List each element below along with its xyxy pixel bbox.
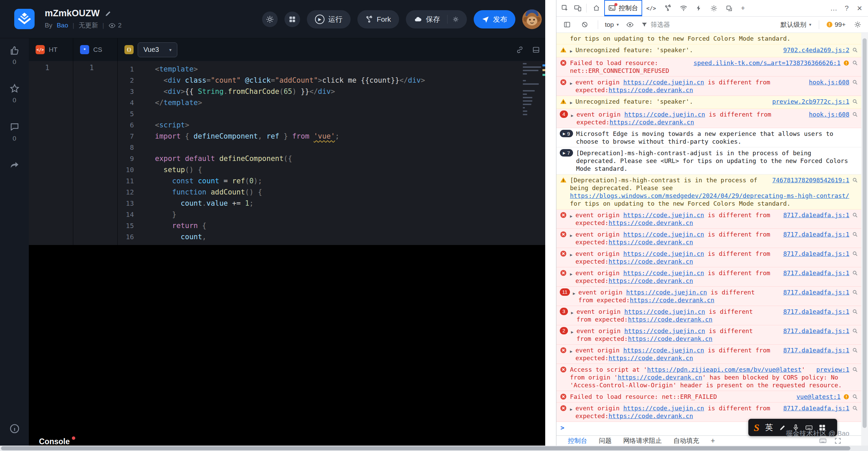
context-selector[interactable]: top ▾ [605, 21, 619, 28]
expand-caret[interactable]: ▶ [571, 309, 573, 317]
edit-title-icon[interactable] [104, 10, 112, 17]
tab-network[interactable] [676, 0, 691, 16]
filter-input[interactable]: 筛选器 [641, 20, 670, 29]
device-emulation-icon[interactable] [571, 1, 584, 15]
inspect-element-icon[interactable] [558, 1, 571, 15]
share-link-icon[interactable] [516, 46, 524, 54]
source-link[interactable]: hook.js:608 [809, 110, 849, 118]
console-message[interactable]: ▶7[Deprecation]-ms-high-contrast-adjust … [556, 147, 861, 175]
expand-caret[interactable]: ▶ [570, 212, 572, 220]
message-link[interactable]: https://pdn.zijieapi.com/esm/bv/vue@late… [647, 366, 802, 373]
console-message[interactable]: ▶event origin https://code.juejin.cn is … [556, 267, 861, 287]
tab-source-control[interactable] [660, 0, 676, 16]
console-settings-gear-icon[interactable] [851, 18, 864, 32]
issue-icon[interactable] [843, 394, 849, 400]
layout-icon[interactable] [532, 46, 540, 54]
playground-console-bar[interactable]: Console [29, 437, 545, 446]
source-link[interactable]: 9702.c4eda269.js:2 [783, 46, 849, 54]
info-button[interactable] [9, 423, 20, 434]
run-button[interactable]: ▶ 运行 [307, 10, 351, 28]
message-link[interactable]: https://code.devrank.cn [628, 335, 712, 342]
app-logo[interactable] [14, 9, 35, 29]
console-message[interactable]: Failed to load resource:net::ERR_CONNECT… [556, 57, 861, 77]
search-icon[interactable] [852, 231, 858, 237]
message-link[interactable]: https://code.juejin.cn [623, 79, 704, 86]
tab-sources[interactable]: </> [642, 0, 660, 16]
message-link[interactable]: https://code.juejin.cn [623, 405, 704, 412]
source-link[interactable]: 8717.da1eadfa.js:1 [783, 404, 849, 412]
more-tabs-button[interactable]: + [737, 0, 749, 16]
expand-caret[interactable]: ▶ [573, 290, 575, 298]
tab-application[interactable] [722, 0, 737, 16]
tab-css[interactable]: * CS [73, 38, 118, 61]
search-icon[interactable] [852, 99, 858, 104]
message-link[interactable]: https://code.juejin.cn [624, 327, 705, 334]
console-message[interactable]: ▶event origin https://code.juejin.cn is … [556, 77, 861, 96]
drawer-tab-0[interactable]: 控制台 [568, 436, 587, 445]
source-link[interactable]: 7467813782098542619:1 [772, 176, 849, 184]
console-log-area[interactable]: for tips on updating to the new Forced C… [556, 33, 861, 435]
message-link[interactable]: https://code.devrank.cn [609, 239, 693, 246]
search-icon[interactable] [852, 177, 858, 183]
console-message[interactable]: ▶event origin https://code.juejin.cn is … [556, 248, 861, 267]
search-icon[interactable] [852, 270, 858, 276]
more-options-icon[interactable]: … [827, 1, 840, 15]
share-button[interactable] [9, 160, 20, 170]
drawer-tab-1[interactable]: 问题 [599, 436, 612, 445]
message-link[interactable]: https://code.juejin.cn [623, 347, 704, 354]
message-link[interactable]: https://code.devrank.cn [628, 316, 712, 323]
console-panel-label[interactable]: Console [39, 437, 70, 446]
comment-button[interactable]: 0 [9, 122, 20, 142]
message-link[interactable]: https://code.devrank.cn [609, 412, 693, 419]
expand-caret[interactable]: ▶ [571, 112, 573, 120]
message-link[interactable]: https://code.juejin.cn [623, 231, 704, 238]
message-link[interactable]: https://code.devrank.cn [609, 258, 693, 265]
tab-js[interactable]: {} Vue3 ▾ [118, 38, 545, 61]
source-link[interactable]: 8717.da1eadfa.js:1 [783, 308, 849, 315]
console-message[interactable]: ▶event origin https://code.juejin.cn is … [556, 209, 861, 229]
publish-button[interactable]: 发布 [474, 10, 515, 28]
message-link[interactable]: https://code.juejin.cn [624, 111, 705, 118]
source-link[interactable]: preview.2cb9772c.js:1 [772, 98, 849, 105]
console-message[interactable]: ▶Unrecognized feature: 'speaker'.preview… [556, 96, 861, 109]
help-icon[interactable]: ? [840, 1, 853, 15]
search-icon[interactable] [852, 347, 858, 353]
user-avatar[interactable] [522, 9, 542, 29]
source-link[interactable]: 8717.da1eadfa.js:1 [783, 230, 849, 238]
message-link[interactable]: https://blogs.windows.com/msedgedev/2024… [570, 192, 849, 199]
message-link[interactable]: https://code.devrank.cn [609, 86, 693, 94]
console-sidebar-icon[interactable] [560, 18, 573, 32]
scrollbar-thumb[interactable] [1, 446, 850, 450]
tab-performance[interactable] [691, 0, 706, 16]
source-link[interactable]: 8717.da1eadfa.js:1 [783, 211, 849, 219]
console-message[interactable]: 2▶event origin https://code.juejin.cn is… [556, 325, 861, 345]
add-drawer-tab-button[interactable]: + [711, 436, 715, 445]
search-icon[interactable] [852, 212, 858, 218]
tab-home[interactable] [589, 0, 604, 16]
expand-caret[interactable]: ▶ [570, 251, 572, 259]
ime-language-indicator[interactable]: 英 [765, 422, 773, 433]
expand-caret[interactable]: ▶ [570, 270, 572, 278]
source-link[interactable]: 8717.da1eadfa.js:1 [783, 327, 849, 335]
console-message[interactable]: ▶Unrecognized feature: 'speaker'.9702.c4… [556, 44, 861, 57]
pen-icon[interactable] [779, 424, 786, 431]
tab-html[interactable]: </> HT [29, 38, 73, 61]
search-icon[interactable] [852, 47, 858, 53]
console-message[interactable]: [Deprecation]-ms-high-contrast is in the… [556, 175, 861, 209]
issue-icon[interactable] [843, 60, 849, 66]
minimap[interactable] [523, 63, 542, 117]
log-level-selector[interactable]: 默认级别 ▾ [781, 20, 811, 29]
search-icon[interactable] [852, 405, 858, 411]
editor-code-lines[interactable]: <template> <div class="count" @click="ad… [140, 64, 545, 245]
source-link[interactable]: 8717.da1eadfa.js:1 [783, 346, 849, 354]
code-editor[interactable]: 1 1 12345678910111213141516 <template> <… [29, 61, 545, 245]
tab-console[interactable]: 控制台 [604, 0, 642, 16]
source-link[interactable]: 8717.da1eadfa.js:1 [783, 288, 849, 296]
clear-console-icon[interactable] [578, 18, 591, 32]
expand-caret[interactable]: ▶ [570, 406, 572, 413]
tab-settings[interactable] [706, 0, 722, 16]
page-horizontal-scrollbar[interactable] [0, 446, 868, 451]
console-prompt[interactable]: > [560, 424, 564, 432]
scrollbar-thumb[interactable] [863, 38, 867, 428]
search-icon[interactable] [852, 289, 858, 295]
